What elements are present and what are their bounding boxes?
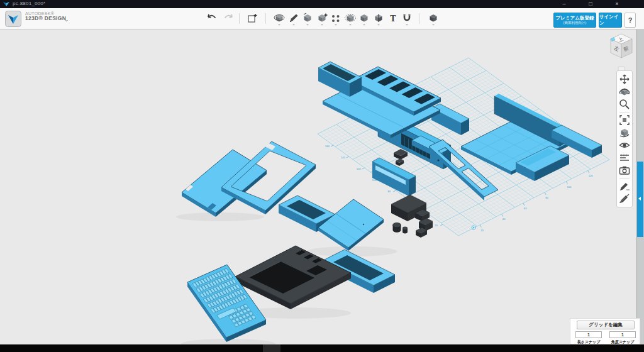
toolbar-separator	[265, 13, 266, 24]
undo-icon[interactable]	[205, 11, 219, 26]
maximize-button[interactable]: □	[582, 0, 599, 8]
grid-tick-label: 80	[387, 190, 391, 193]
grid-tick-label: 40	[502, 217, 506, 221]
grid-snap-panel: グリッドを編集 長さスナップ 角度スナップ	[570, 318, 640, 344]
sketch-icon[interactable]	[287, 11, 301, 26]
chevron-down-icon[interactable]: ⌄	[64, 16, 69, 23]
front-slim-panel[interactable]	[372, 158, 416, 196]
text-icon[interactable]: T	[386, 11, 400, 26]
pattern-icon[interactable]	[329, 11, 343, 26]
title-bar: pc-8801_000* – □ ×	[0, 0, 644, 8]
dropdown-caret-icon	[321, 24, 323, 26]
brand-text: AUTODESK® 123D® DESIGN	[25, 11, 66, 21]
transform-icon[interactable]	[272, 11, 286, 26]
panel-collapse-tab[interactable]	[637, 162, 643, 237]
premium-register-button[interactable]: プレミアム版登録 (商業利用向け)	[553, 13, 596, 28]
dropdown-caret-icon	[278, 24, 280, 26]
dropdown-caret-icon	[335, 24, 337, 26]
dropdown-caret-icon	[292, 24, 295, 26]
rail-separator	[619, 178, 630, 179]
knob[interactable]	[393, 223, 408, 233]
toolbar-separator	[239, 13, 240, 24]
snap-icon[interactable]	[400, 11, 414, 26]
grid-tick-label: 120	[589, 174, 594, 177]
document-title: pc-8801_000*	[13, 1, 45, 6]
app-logo-icon[interactable]	[5, 11, 21, 27]
svg-text:T: T	[390, 14, 396, 23]
grid-tick-label: 100	[567, 185, 572, 189]
dropdown-caret-icon	[306, 24, 309, 26]
shading-icon[interactable]	[618, 126, 631, 139]
fit-view-icon[interactable]	[618, 114, 631, 126]
grid-tick-label: 60	[524, 207, 527, 210]
center-plate[interactable]	[318, 199, 384, 251]
premium-sublabel: (商業利用向け)	[564, 21, 587, 25]
grid-tick-label: 160	[325, 145, 330, 148]
insert-icon[interactable]	[245, 11, 259, 26]
side-panel-small[interactable]	[318, 62, 362, 97]
app-window: pc-8801_000* – □ × AUTODESK® 123D® DESIG…	[0, 0, 644, 352]
main-toolbar: AUTODESK® 123D® DESIGN ⌄ T プレミアム版登録 (商業利…	[0, 8, 644, 30]
screenshot-icon[interactable]	[618, 164, 631, 177]
help-button[interactable]: ?	[625, 13, 636, 28]
bottom-strip	[0, 344, 644, 352]
model-scene: 1601401201008060402020406080100120	[0, 30, 644, 344]
hide-sketches-icon[interactable]	[618, 192, 631, 205]
grid-tick-label: 140	[341, 156, 346, 159]
units-icon[interactable]	[618, 151, 631, 164]
arrow-left-icon	[638, 197, 641, 201]
bottom-strip-segment	[263, 344, 280, 352]
edit-grid-button[interactable]: グリッドを編集	[577, 321, 635, 329]
pan-icon[interactable]	[618, 73, 631, 85]
viewport-canvas[interactable]: 1601401201008060402020406080100120 上左前 グ…	[0, 30, 644, 344]
close-button[interactable]: ×	[609, 0, 625, 8]
view-cube[interactable]: 上左前	[602, 31, 640, 75]
grid-tick-label: 120	[357, 167, 362, 170]
grid-tick-label: 20	[480, 229, 484, 232]
visibility-icon[interactable]	[618, 139, 631, 151]
redo-icon[interactable]	[221, 11, 235, 26]
length-snap-input[interactable]	[575, 331, 602, 338]
rail-separator	[619, 112, 630, 113]
show-sketches-icon[interactable]	[618, 180, 631, 192]
dropdown-caret-icon	[406, 24, 408, 26]
orbit-icon[interactable]	[618, 85, 631, 98]
grid-tick-label: 20	[435, 224, 438, 227]
brand-line2: 123D® DESIGN	[25, 16, 66, 21]
sign-in-button[interactable]: サインイン	[599, 13, 622, 28]
minimize-button[interactable]: –	[556, 0, 572, 8]
dropdown-caret-icon	[432, 24, 435, 26]
split-icon[interactable]	[372, 11, 386, 26]
navigation-rail	[616, 70, 633, 207]
dropdown-caret-icon	[363, 24, 365, 26]
zoom-icon[interactable]	[618, 98, 631, 111]
app-logo-small-icon	[3, 1, 9, 7]
premium-label: プレミアム版登録	[556, 15, 594, 21]
material-icon[interactable]	[426, 11, 440, 26]
grid-tick-label: 80	[545, 196, 548, 199]
construct-plus-icon[interactable]	[315, 11, 329, 26]
toolbar-separator	[419, 13, 419, 24]
dropdown-caret-icon	[349, 24, 352, 26]
angle-snap-input[interactable]	[609, 331, 636, 338]
grouping-icon[interactable]	[343, 11, 357, 26]
combine-icon[interactable]	[357, 11, 371, 26]
dropdown-caret-icon	[377, 24, 380, 26]
construct-icon[interactable]	[301, 11, 314, 26]
